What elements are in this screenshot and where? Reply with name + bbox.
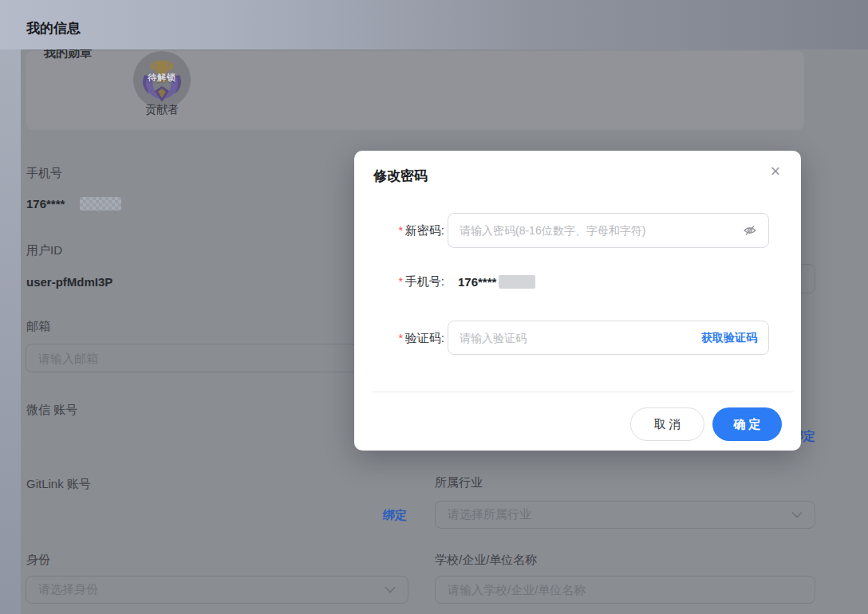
verification-code-label: *验证码: bbox=[354, 321, 444, 356]
organization-input[interactable] bbox=[448, 583, 803, 596]
new-password-input[interactable] bbox=[460, 224, 735, 237]
identity-label: 身份 bbox=[26, 553, 50, 568]
verification-code-row: *验证码: 获取验证码 bbox=[354, 321, 801, 355]
page-left-margin bbox=[0, 49, 21, 614]
get-code-link[interactable]: 获取验证码 bbox=[701, 331, 757, 345]
page-header-band: 我的信息 bbox=[0, 0, 868, 49]
page-title: 我的信息 bbox=[26, 19, 81, 37]
verification-code-input-wrap: 获取验证码 bbox=[448, 321, 769, 355]
gitlink-label: GitLink 账号 bbox=[26, 477, 91, 492]
phone-censored-block bbox=[80, 197, 121, 211]
phone-censored-block bbox=[499, 275, 535, 289]
user-id-value: user-pfMdmI3P bbox=[26, 275, 112, 289]
industry-label: 所属行业 bbox=[435, 475, 483, 490]
modal-phone-label: *手机号: bbox=[354, 267, 444, 296]
industry-select[interactable]: 请选择所属行业 bbox=[435, 501, 815, 529]
modal-title: 修改密码 bbox=[373, 167, 428, 185]
contributor-badge[interactable]: 待解锁 bbox=[133, 51, 191, 108]
cancel-button[interactable]: 取 消 bbox=[630, 407, 704, 441]
required-mark: * bbox=[398, 224, 402, 237]
email-input[interactable] bbox=[38, 352, 396, 365]
new-password-row: *新密码: bbox=[354, 213, 801, 248]
account-settings-page: 我的勋章 待解锁 贡献者 手机号 176**** 用户ID user-pfMdm… bbox=[0, 0, 868, 614]
industry-select-placeholder: 请选择所属行业 bbox=[448, 507, 531, 522]
new-password-input-wrap bbox=[448, 213, 769, 248]
chevron-down-icon bbox=[385, 586, 396, 593]
email-label: 邮箱 bbox=[26, 319, 50, 334]
badge-name-label: 贡献者 bbox=[133, 103, 191, 117]
modal-phone-row: *手机号: 176**** bbox=[354, 267, 801, 296]
user-id-label: 用户ID bbox=[26, 243, 62, 258]
gitlink-bind-link[interactable]: 绑定 bbox=[383, 508, 407, 523]
required-mark: * bbox=[398, 275, 402, 288]
identity-select-placeholder: 请选择身份 bbox=[38, 582, 98, 597]
new-password-label: *新密码: bbox=[354, 213, 444, 248]
phone-label: 手机号 bbox=[26, 166, 62, 181]
verification-code-input[interactable] bbox=[460, 332, 693, 344]
email-input-wrap bbox=[26, 344, 408, 372]
badge-status-label: 待解锁 bbox=[133, 72, 191, 84]
change-password-modal: 修改密码 × *新密码: *手机号: 176**** bbox=[354, 151, 801, 451]
required-mark: * bbox=[398, 332, 402, 344]
phone-value: 176**** bbox=[26, 197, 65, 211]
close-icon[interactable]: × bbox=[764, 160, 787, 183]
modal-phone-value: 176**** bbox=[458, 267, 535, 296]
organization-input-wrap bbox=[435, 576, 815, 604]
organization-label: 学校/企业/单位名称 bbox=[435, 553, 537, 568]
identity-select[interactable]: 请选择身份 bbox=[26, 576, 408, 604]
modal-footer-divider bbox=[373, 392, 794, 392]
wechat-label: 微信 账号 bbox=[26, 403, 77, 418]
chevron-down-icon bbox=[791, 511, 803, 518]
eye-invisible-icon[interactable] bbox=[743, 223, 757, 238]
confirm-button[interactable]: 确 定 bbox=[712, 407, 782, 441]
